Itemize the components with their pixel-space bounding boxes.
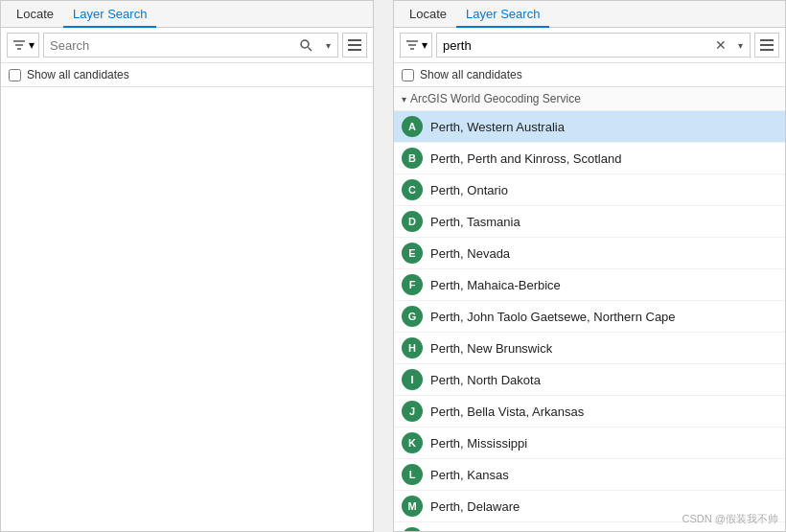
filter-icon-left xyxy=(12,37,27,53)
search-box-left: ▾ xyxy=(43,33,338,58)
result-badge: E xyxy=(402,243,423,264)
result-text: Perth, Delaware xyxy=(430,499,520,514)
clear-button-right[interactable]: ✕ xyxy=(711,34,730,57)
service-header: ▾ ArcGIS World Geocoding Service xyxy=(394,87,785,111)
result-item[interactable]: GPerth, John Taolo Gaetsewe, Northern Ca… xyxy=(394,301,785,333)
show-candidates-label-right: Show all candidates xyxy=(420,68,522,81)
result-text: Perth, Bella Vista, Arkansas xyxy=(430,405,584,419)
tab-locate-left[interactable]: Locate xyxy=(7,3,63,28)
search-box-right: ✕ ▾ xyxy=(436,33,751,58)
filter-button-left[interactable] xyxy=(7,33,39,58)
result-item[interactable]: KPerth, Mississippi xyxy=(394,428,785,459)
service-name: ArcGIS World Geocoding Service xyxy=(410,92,581,105)
show-candidates-checkbox-left[interactable] xyxy=(9,69,21,81)
menu-line-2 xyxy=(348,44,361,46)
menu-line-r2 xyxy=(760,44,774,46)
result-badge: B xyxy=(402,148,423,169)
search-icon-left xyxy=(299,38,312,52)
svg-line-4 xyxy=(309,48,312,52)
show-candidates-checkbox-right[interactable] xyxy=(402,69,414,81)
result-badge: C xyxy=(402,179,423,200)
result-text: Perth, North Dakota xyxy=(430,373,541,387)
results-list: APerth, Western AustraliaBPerth, Perth a… xyxy=(394,111,785,531)
menu-button-right[interactable] xyxy=(754,33,779,58)
result-item[interactable]: CPerth, Ontario xyxy=(394,174,785,206)
result-text: Perth, Western Australia xyxy=(430,120,565,134)
right-tab-bar: Locate Layer Search xyxy=(394,1,785,28)
result-text: Perth, New Brunswick xyxy=(430,341,552,356)
filter-chevron-right xyxy=(422,38,428,52)
menu-button-left[interactable] xyxy=(342,33,367,58)
menu-line-r3 xyxy=(760,49,774,51)
result-badge: M xyxy=(402,496,423,517)
menu-line-r1 xyxy=(760,39,774,41)
result-text: Perth, Kansas xyxy=(430,468,509,482)
filter-button-right[interactable] xyxy=(400,33,432,58)
result-text: Perth, Ontario xyxy=(430,183,508,197)
result-item[interactable]: JPerth, Bella Vista, Arkansas xyxy=(394,396,785,428)
result-item[interactable]: FPerth, Mahaica-Berbice xyxy=(394,269,785,301)
left-toolbar: ▾ xyxy=(1,28,373,63)
right-toolbar: ✕ ▾ xyxy=(394,28,785,63)
result-badge: F xyxy=(402,274,423,295)
result-text: Perth, Tasmania xyxy=(430,215,520,229)
result-text: Perth, Town of Perth, New York xyxy=(430,531,603,532)
result-text: Perth, Perth and Kinross, Scotland xyxy=(430,151,621,166)
result-badge: D xyxy=(402,211,423,232)
menu-line-3 xyxy=(348,49,361,51)
tab-layer-search-left[interactable]: Layer Search xyxy=(63,3,156,28)
tab-locate-right[interactable]: Locate xyxy=(400,3,456,28)
left-content-area xyxy=(1,87,373,531)
result-item[interactable]: LPerth, Kansas xyxy=(394,459,785,491)
svg-point-3 xyxy=(301,40,309,48)
result-text: Perth, Mississippi xyxy=(430,436,527,451)
filter-icon-right xyxy=(405,37,420,53)
result-item[interactable]: DPerth, Tasmania xyxy=(394,206,785,238)
result-badge: L xyxy=(402,464,423,485)
result-badge: A xyxy=(402,116,423,137)
show-candidates-right: Show all candidates xyxy=(394,63,785,87)
watermark: CSDN @假装我不帅 xyxy=(682,512,778,526)
result-text: Perth, Mahaica-Berbice xyxy=(430,278,561,292)
result-item[interactable]: EPerth, Nevada xyxy=(394,238,785,269)
result-badge: I xyxy=(402,369,423,390)
result-badge: H xyxy=(402,337,423,359)
collapse-icon: ▾ xyxy=(402,94,406,104)
result-badge: J xyxy=(402,401,423,422)
menu-line-1 xyxy=(348,39,361,41)
result-badge: K xyxy=(402,432,423,453)
result-badge: G xyxy=(402,306,423,327)
search-dropdown-left[interactable]: ▾ xyxy=(318,34,337,57)
result-text: Perth, John Taolo Gaetsewe, Northern Cap… xyxy=(430,310,676,324)
tab-layer-search-right[interactable]: Layer Search xyxy=(456,3,549,28)
filter-chevron-left xyxy=(29,38,35,52)
show-candidates-left: Show all candidates xyxy=(1,63,373,87)
result-item[interactable]: IPerth, North Dakota xyxy=(394,364,785,396)
right-panel: Locate Layer Search ✕ ▾ xyxy=(393,0,786,532)
search-dropdown-right[interactable]: ▾ xyxy=(730,34,750,57)
search-button-left[interactable] xyxy=(293,34,318,57)
result-item[interactable]: APerth, Western Australia xyxy=(394,111,785,143)
show-candidates-label-left: Show all candidates xyxy=(27,68,129,81)
left-tab-bar: Locate Layer Search xyxy=(1,1,373,28)
search-input-right[interactable] xyxy=(437,34,711,57)
left-panel: Locate Layer Search ▾ xyxy=(0,0,374,532)
result-badge: N xyxy=(402,527,423,531)
search-input-left[interactable] xyxy=(44,34,293,57)
result-item[interactable]: BPerth, Perth and Kinross, Scotland xyxy=(394,143,785,174)
result-text: Perth, Nevada xyxy=(430,246,510,261)
result-item[interactable]: HPerth, New Brunswick xyxy=(394,333,785,364)
